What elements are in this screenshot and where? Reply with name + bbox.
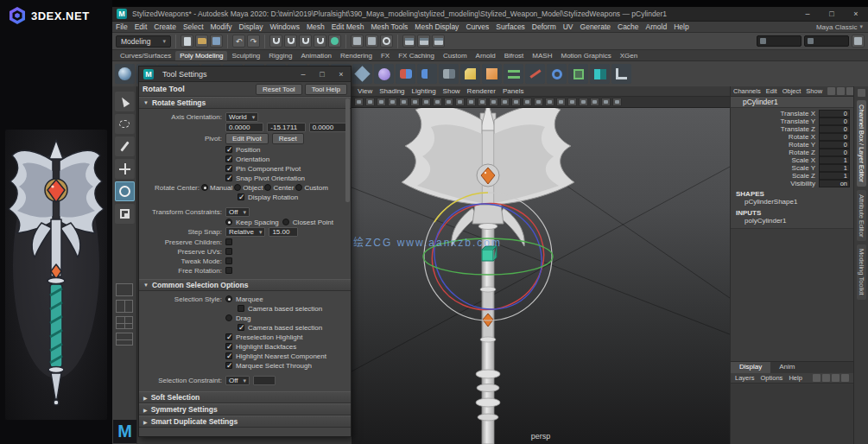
save-scene-icon[interactable] xyxy=(210,35,223,48)
tab-modeling-toolkit[interactable]: Modeling Toolkit xyxy=(857,244,866,300)
gear-icon[interactable] xyxy=(858,89,865,97)
render-frame-icon[interactable] xyxy=(402,35,415,48)
shelf-tab-rigging[interactable]: Rigging xyxy=(264,51,296,60)
statusline-separator[interactable] xyxy=(396,35,400,48)
channel-row[interactable]: Visibilityon xyxy=(731,180,850,187)
outputs-from-selected-icon[interactable] xyxy=(365,35,378,48)
vp-textured-icon[interactable] xyxy=(534,98,543,106)
vp-2d-pan-zoom-icon[interactable] xyxy=(410,98,420,106)
channel-speed-icon[interactable] xyxy=(837,87,845,95)
shape-node-item[interactable]: pCylinderShape1 xyxy=(731,198,853,206)
common-selection-options-section-header[interactable]: ▼ Common Selection Options xyxy=(139,279,351,291)
shelf-bridge-icon[interactable] xyxy=(504,64,523,84)
maximize-button[interactable]: □ xyxy=(313,67,332,81)
new-layer-icon[interactable] xyxy=(841,374,849,382)
shelf-sphere-icon[interactable] xyxy=(115,64,135,84)
tool-settings-scrollbar[interactable] xyxy=(345,98,350,202)
move-layer-down-icon[interactable] xyxy=(822,374,830,382)
vp-menu-show[interactable]: Show xyxy=(440,87,463,95)
shelf-quad-draw-icon[interactable] xyxy=(568,64,588,84)
menu-uv[interactable]: UV xyxy=(560,22,577,31)
vp-resolution-gate-icon[interactable] xyxy=(455,98,465,106)
shelf-tab-bifrost[interactable]: Bifrost xyxy=(500,51,529,60)
vp-isolate-select-icon[interactable] xyxy=(612,98,622,106)
rotate-center-center-radio[interactable] xyxy=(264,184,271,191)
new-scene-icon[interactable] xyxy=(181,35,193,48)
vp-gate-mask-icon[interactable] xyxy=(466,98,476,106)
inputs-to-selected-icon[interactable] xyxy=(351,35,364,48)
menu-curves[interactable]: Curves xyxy=(462,22,492,31)
maximize-button[interactable]: □ xyxy=(820,7,844,21)
vp-camera-attributes-icon[interactable] xyxy=(377,98,386,106)
camera-based-selection-checkbox[interactable] xyxy=(238,324,244,331)
channel-value[interactable]: 0 xyxy=(819,149,850,156)
rotate-center-custom-radio[interactable] xyxy=(295,184,302,191)
channel-value[interactable]: 0 xyxy=(819,133,850,141)
vp-menu-panels[interactable]: Panels xyxy=(500,87,526,95)
selection-constraint-dropdown[interactable]: Off xyxy=(225,376,250,385)
vp-menu-shading[interactable]: Shading xyxy=(377,87,407,95)
shelf-tab-arnold[interactable]: Arnold xyxy=(472,51,500,60)
channel-value[interactable]: on xyxy=(819,180,850,187)
rotate-tool-icon[interactable] xyxy=(115,181,135,201)
vp-screen-space-ao-icon[interactable] xyxy=(567,98,577,106)
channel-row[interactable]: Scale Y1 xyxy=(731,164,850,172)
vp-menu-view[interactable]: View xyxy=(355,87,375,95)
move-layer-up-icon[interactable] xyxy=(813,374,820,382)
snap-plane-icon[interactable] xyxy=(314,35,326,48)
cb-menu-edit[interactable]: Edit xyxy=(766,87,777,95)
axis-x-field[interactable]: 0.0000 xyxy=(225,123,263,132)
menu-display[interactable]: Display xyxy=(236,22,267,31)
menu-generate[interactable]: Generate xyxy=(577,22,614,31)
split-pane-layout-icon[interactable] xyxy=(116,333,133,346)
menu-surfaces[interactable]: Surfaces xyxy=(492,22,529,31)
shelf-tab-motion-graphics[interactable]: Motion Graphics xyxy=(556,51,615,60)
vp-safe-title-icon[interactable] xyxy=(500,98,510,106)
layer-tab-anim[interactable]: Anim xyxy=(770,362,803,373)
menu-select[interactable]: Select xyxy=(180,22,207,31)
highlight-backfaces-checkbox[interactable] xyxy=(225,343,232,350)
make-live-icon[interactable] xyxy=(328,35,341,48)
viewport-3d-canvas[interactable]: 绘ZCG www.aanxzb.com persp xyxy=(352,108,730,444)
marquee-select-through-checkbox[interactable] xyxy=(225,362,232,369)
lasso-tool-icon[interactable] xyxy=(115,114,135,134)
vp-menu-renderer[interactable]: Renderer xyxy=(465,87,498,95)
undo-icon[interactable]: ↶ xyxy=(232,35,245,48)
keep-spacing-radio[interactable] xyxy=(225,219,232,225)
menu-windows[interactable]: Windows xyxy=(266,22,302,31)
selection-constraint-field[interactable] xyxy=(253,376,276,385)
drag-radio[interactable] xyxy=(225,314,232,321)
scale-tool-icon[interactable] xyxy=(115,204,135,224)
statusline-separator[interactable] xyxy=(263,35,267,48)
statusline-separator[interactable] xyxy=(225,35,230,48)
axis-orientation-dropdown[interactable]: World xyxy=(225,112,258,122)
close-button[interactable]: × xyxy=(844,7,868,21)
paint-select-tool-icon[interactable] xyxy=(115,136,135,156)
shelf-tab-custom[interactable]: Custom xyxy=(439,51,472,60)
channel-row[interactable]: Translate Y0 xyxy=(731,117,850,125)
orientation-checkbox[interactable] xyxy=(225,155,232,162)
shelf-tab-animation[interactable]: Animation xyxy=(296,51,336,60)
snap-grid-icon[interactable] xyxy=(269,35,282,48)
vp-select-camera-icon[interactable] xyxy=(354,98,364,106)
channel-row[interactable]: Scale X1 xyxy=(731,156,850,164)
snap-pivot-orientation-checkbox[interactable] xyxy=(225,174,232,181)
vp-field-chart-icon[interactable] xyxy=(478,98,487,106)
vp-menu-lighting[interactable]: Lighting xyxy=(409,87,439,95)
vp-anti-alias-icon[interactable] xyxy=(590,98,599,106)
sidebar-toggle-icon[interactable] xyxy=(852,35,865,48)
vp-bookmark-icon[interactable] xyxy=(388,98,397,106)
minimize-button[interactable]: – xyxy=(795,7,820,21)
channel-value[interactable]: 1 xyxy=(819,172,850,180)
vp-grid-toggle-icon[interactable] xyxy=(433,98,442,106)
channel-value[interactable]: 0 xyxy=(819,110,850,117)
position-checkbox[interactable] xyxy=(225,146,232,153)
close-button[interactable]: × xyxy=(332,67,351,81)
statusline-separator[interactable] xyxy=(344,35,348,48)
preselection-highlight-checkbox[interactable] xyxy=(225,333,232,340)
channel-value[interactable]: 1 xyxy=(819,164,850,172)
input-node-item[interactable]: polyCylinder1 xyxy=(731,217,853,225)
move-tool-icon[interactable] xyxy=(115,159,135,179)
viewport-scene[interactable] xyxy=(352,108,730,444)
menu-edit-mesh[interactable]: Edit Mesh xyxy=(328,22,368,31)
